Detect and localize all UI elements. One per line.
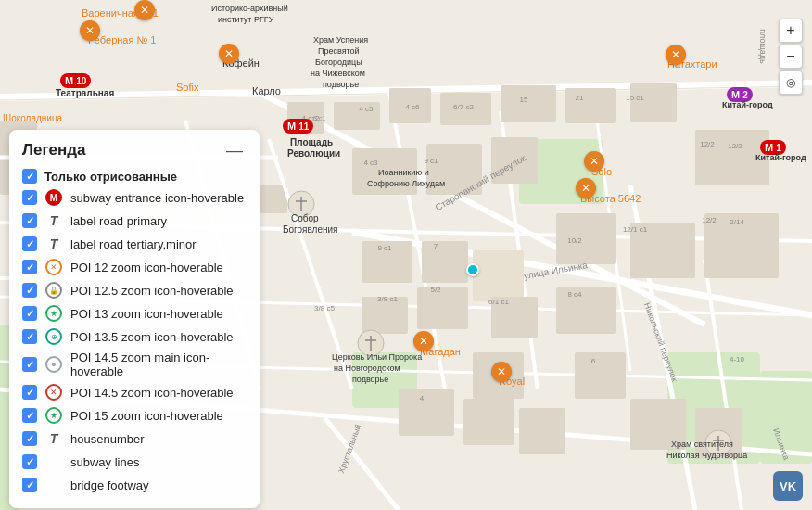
legend-item-poi-14: ✕ POI 14.5 zoom icon-hoverable (22, 383, 247, 402)
legend-item-road-tertiary: T label road tertiary,minor (22, 235, 247, 253)
legend-item-poi-14-main: ● POI 14.5 zoom main icon-hoverable (22, 351, 247, 378)
legend-item-only-drawn: Только отрисованные (22, 169, 247, 184)
svg-rect-44 (422, 241, 468, 283)
map-container: 4 ст2 4 с5 4 с6 6/7 с2 15 21 15 с1 12/2 … (0, 0, 812, 510)
svg-text:12/1 с1: 12/1 с1 (623, 225, 648, 234)
svg-rect-40 (556, 213, 616, 264)
svg-text:15 с1: 15 с1 (626, 94, 644, 102)
legend-checkbox-poi-14-main[interactable] (22, 357, 37, 372)
svg-rect-52 (399, 389, 454, 436)
poi-marker-royal[interactable]: ✕ (491, 362, 512, 382)
legend-checkbox-subway-lines[interactable] (22, 454, 37, 469)
legend-item-poi-13-5: ⊕ POI 13.5 zoom icon-hoverable (22, 327, 247, 346)
legend-checkbox-only-drawn[interactable] (22, 169, 37, 184)
svg-text:4-10: 4-10 (730, 355, 745, 363)
metro-badge: М10 (60, 73, 91, 88)
legend-checkbox-bridge-footway[interactable] (22, 478, 37, 492)
svg-text:7: 7 (434, 242, 438, 250)
legend-item-subway-lines: subway lines (22, 453, 247, 471)
metro-label-kitay1: Китай-город (722, 100, 773, 109)
legend-label-poi-14: POI 14.5 zoom icon-hoverable (70, 386, 234, 400)
svg-rect-50 (575, 352, 626, 399)
legend-item-housenumber: T housenumber (22, 429, 247, 448)
poi-marker-cofein[interactable]: ✕ (219, 44, 239, 64)
poi-13-5-icon: ⊕ (44, 327, 63, 346)
legend-checkbox-poi-12[interactable] (22, 260, 37, 274)
legend-label-poi-13: POI 13 zoom icon-hoverable (70, 307, 223, 321)
poi-marker-rebernaya[interactable]: ✕ (80, 20, 100, 41)
legend-label-housenumber: housenumber (70, 432, 145, 446)
svg-rect-49 (556, 287, 616, 334)
svg-text:площадь: площадь (758, 29, 768, 64)
svg-text:4 с5: 4 с5 (359, 105, 374, 113)
vk-badge[interactable]: VK (773, 471, 803, 501)
poi-marker-vysota[interactable]: ✕ (576, 178, 596, 198)
bridge-footway-icon (44, 476, 63, 494)
poi-marker-magadan[interactable]: ✕ (413, 331, 434, 351)
poi-13-icon: ★ (44, 304, 63, 323)
svg-rect-33 (501, 85, 556, 122)
legend-minimize-button[interactable]: — (222, 142, 247, 159)
svg-rect-5 (260, 185, 287, 213)
svg-rect-37 (352, 148, 417, 195)
legend-item-poi-15: ★ POI 15 zoom icon-hoverable (22, 406, 247, 425)
legend-checkbox-road-tertiary[interactable] (22, 236, 37, 251)
zoom-in-button[interactable]: + (779, 19, 803, 43)
poi-15-icon: ★ (44, 406, 63, 425)
legend-checkbox-poi-12-5[interactable] (22, 283, 37, 298)
svg-text:8 с4: 8 с4 (567, 290, 582, 299)
svg-text:4 с3: 4 с3 (363, 159, 378, 167)
svg-rect-54 (519, 408, 565, 454)
legend-item-road-primary: T label road primary (22, 211, 247, 230)
svg-rect-45 (473, 250, 524, 301)
poi-12-5-icon: 🔒 (44, 281, 63, 300)
legend-label-poi-12-5: POI 12.5 zoom icon-hoverable (70, 284, 234, 298)
svg-text:9 с1: 9 с1 (424, 157, 438, 165)
compass-button[interactable]: ◎ (779, 70, 803, 95)
legend-label-road-tertiary: label road tertiary,minor (70, 237, 197, 251)
legend-label-poi-13-5: POI 13.5 zoom icon-hoverable (70, 330, 234, 344)
metro-label-teatralnaya: Театральная (56, 88, 114, 98)
legend-checkbox-poi-13-5[interactable] (22, 329, 37, 344)
svg-text:12/2: 12/2 (728, 142, 742, 150)
legend-checkbox-poi-14[interactable] (22, 385, 37, 400)
svg-text:3/8 с5: 3/8 с5 (314, 304, 335, 312)
svg-text:6: 6 (591, 357, 596, 365)
poi-marker-varennaya[interactable]: ✕ (134, 0, 155, 20)
poi-14-main-icon: ● (44, 355, 63, 374)
svg-text:10/2: 10/2 (567, 236, 582, 245)
road-tertiary-icon: T (44, 235, 63, 253)
metro-badge: М11 (283, 119, 313, 134)
legend-checkbox-road-primary[interactable] (22, 213, 37, 228)
poi-marker-natakhari[interactable]: ✕ (666, 45, 686, 65)
svg-text:4: 4 (420, 394, 425, 402)
legend-label-road-primary: label road primary (70, 214, 167, 228)
zoom-out-button[interactable]: − (779, 45, 803, 69)
legend-checkbox-subway-entrance[interactable] (22, 190, 37, 205)
metro-station-ploshhad[interactable]: М11 (283, 119, 313, 134)
poi-marker-solo[interactable]: ✕ (584, 151, 604, 172)
metro-station-teatralnaya[interactable]: М10 (60, 73, 91, 88)
legend-checkbox-poi-15[interactable] (22, 408, 37, 423)
svg-text:12/2: 12/2 (700, 140, 715, 148)
subway-entrance-icon: М (44, 188, 63, 207)
legend-item-poi-12: ✕ POI 12 zoom icon-hoverable (22, 258, 247, 276)
legend-panel: Легенда — Только отрисованные М subway e… (9, 130, 260, 508)
map-controls: + − ◎ (779, 19, 803, 95)
svg-text:6/1 с1: 6/1 с1 (488, 298, 509, 306)
svg-text:3/8 с1: 3/8 с1 (377, 295, 398, 303)
legend-label-bridge-footway: bridge footway (70, 478, 149, 492)
svg-text:21: 21 (576, 94, 584, 102)
location-dot (466, 263, 479, 276)
legend-item-poi-12-5: 🔒 POI 12.5 zoom icon-hoverable (22, 281, 247, 300)
legend-item-poi-13: ★ POI 13 zoom icon-hoverable (22, 304, 247, 323)
legend-checkbox-poi-13[interactable] (22, 306, 37, 321)
svg-rect-53 (463, 399, 514, 445)
legend-checkbox-housenumber[interactable] (22, 431, 37, 446)
poi-12-icon: ✕ (44, 258, 63, 276)
legend-label-subway-entrance: subway entrance icon-hoverable (70, 191, 244, 205)
legend-title: Легенда (22, 141, 85, 159)
legend-label-only-drawn: Только отрисованные (44, 170, 177, 184)
legend-item-subway-entrance: М subway entrance icon-hoverable (22, 188, 247, 207)
housenumber-icon: T (44, 429, 63, 448)
